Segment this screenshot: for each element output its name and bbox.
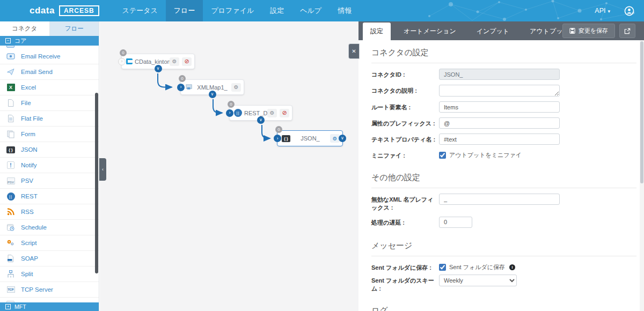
output-port[interactable]: ∨: [155, 65, 162, 72]
field-connector-id: コネクタID :: [371, 69, 636, 80]
panel-scrollbar-thumb[interactable]: [640, 41, 643, 183]
nav-item-flows[interactable]: フロー: [166, 0, 203, 21]
connector-rss[interactable]: RSS: [0, 204, 99, 220]
connector-form[interactable]: Form: [0, 127, 99, 142]
file-icon: [6, 99, 15, 107]
open-in-new-window-button[interactable]: [619, 24, 635, 38]
category-core-header[interactable]: − コア: [0, 36, 99, 46]
tab-input[interactable]: インプット: [469, 23, 517, 40]
output-port[interactable]: ∨: [257, 116, 265, 124]
node-disable-button[interactable]: ⊘: [182, 57, 192, 66]
node-settings-button[interactable]: ⚙: [231, 83, 241, 92]
input-port[interactable]: ›: [177, 84, 185, 91]
connector-rest[interactable]: || REST: [0, 189, 99, 204]
sent-folder-checkbox[interactable]: [439, 264, 446, 271]
node-disable-button[interactable]: ⊘: [280, 109, 289, 117]
message-count-badge: 0: [179, 75, 186, 82]
nav-item-settings[interactable]: 設定: [262, 0, 292, 21]
rest-icon: ||: [234, 109, 242, 117]
connector-json[interactable]: { } JSON: [0, 142, 99, 158]
panel-scrollbar[interactable]: [640, 40, 644, 311]
sidebar-scrollbar-thumb[interactable]: [95, 93, 98, 273]
connector-tcp-server[interactable]: TCP TCP Server: [0, 282, 99, 298]
sidebar-tabs: コネクタ フロー: [0, 21, 99, 36]
field-minify: ミニファイ : アウトプットをミニファイ: [371, 150, 636, 160]
minify-checkbox[interactable]: [439, 152, 446, 159]
nav-item-profiles[interactable]: プロファイル: [203, 0, 262, 21]
input-port[interactable]: ›: [118, 58, 126, 65]
connector-split[interactable]: Split: [0, 266, 99, 282]
expand-icon: +: [5, 304, 11, 309]
input-port[interactable]: ›: [274, 135, 281, 142]
save-icon: [569, 28, 575, 34]
list-item-partial[interactable]: [0, 298, 99, 302]
flow-node-cdata-kintone[interactable]: 0 › CData_kinton... ⚙ ⊘ ∨: [121, 54, 195, 69]
text-property-input[interactable]: [439, 134, 560, 145]
message-count-badge: 0: [275, 126, 282, 133]
notify-icon: !: [6, 161, 15, 169]
input-port[interactable]: ›: [226, 109, 233, 117]
panel-tab-bar: 設定 オートメーション インプット アウトプット イベント 変更を保存: [358, 21, 644, 40]
field-label: 処理の遅延 :: [371, 217, 437, 227]
connector-psv[interactable]: PSV PSV: [0, 173, 99, 189]
tab-connectors[interactable]: コネクタ: [0, 21, 50, 36]
flow-node-json[interactable]: 0 › { } JSON_ ⚙ ∨: [277, 130, 343, 146]
connector-script[interactable]: Script: [0, 235, 99, 251]
panel-body: コネクタの設定 コネクタID : コネクタの説明 : ルート要素名 : 属性のプ…: [358, 40, 640, 311]
json-icon: { }: [282, 135, 290, 142]
connector-sidebar: コネクタ フロー − コア Email Receive Email Send X…: [0, 21, 99, 311]
script-icon: [6, 239, 15, 247]
category-mft-header[interactable]: + MFT: [0, 302, 99, 311]
chevron-down-icon: ▾: [608, 9, 610, 14]
attribute-prefix-input[interactable]: [439, 117, 560, 129]
field-label: Sent フォルダのスキーム :: [371, 275, 437, 293]
collapse-icon: −: [5, 38, 11, 43]
flow-canvas[interactable]: 0 › CData_kinton... ⚙ ⊘ ∨ 0 › XMLMap1_ ⚙…: [100, 21, 358, 311]
checkbox-label: アウトプットをミニファイ: [449, 151, 522, 159]
field-label: ルート要素名 :: [371, 101, 437, 112]
node-settings-button[interactable]: ⚙: [170, 57, 179, 66]
connector-flat-file[interactable]: Flat File: [0, 111, 99, 127]
close-panel-button[interactable]: ✕: [349, 44, 359, 58]
node-settings-button[interactable]: ⚙: [267, 109, 277, 117]
json-icon: { }: [6, 145, 15, 154]
root-element-input[interactable]: [439, 101, 560, 113]
connector-notify[interactable]: ! Notify: [0, 158, 99, 173]
sidebar-collapse-handle[interactable]: ‹: [99, 158, 106, 181]
tab-settings[interactable]: 設定: [363, 23, 391, 40]
category-label: コア: [14, 37, 27, 45]
connector-schedule[interactable]: Schedule: [0, 220, 99, 235]
processing-delay-input[interactable]: [439, 217, 472, 228]
output-port[interactable]: ∨: [209, 91, 216, 98]
invalid-xml-prefix-input[interactable]: [439, 194, 560, 205]
user-avatar-icon[interactable]: [624, 6, 634, 16]
nav-item-status[interactable]: ステータス: [114, 0, 166, 21]
field-description: コネクタの説明 :: [371, 85, 636, 97]
app-logo[interactable]: cdata ARCESB: [30, 5, 99, 16]
connector-description-input[interactable]: [439, 85, 560, 97]
info-icon[interactable]: i: [509, 264, 515, 270]
nav-menu: ステータス フロー プロファイル 設定 ヘルプ 情報: [114, 0, 360, 21]
nav-item-info[interactable]: 情報: [330, 0, 360, 21]
flow-node-xmlmap[interactable]: 0 › XMLMap1_ ⚙ ∨: [180, 79, 244, 95]
connector-id-input: [439, 69, 560, 80]
output-port[interactable]: ∨: [339, 135, 346, 142]
category-label: MFT: [14, 303, 26, 310]
section-other-settings: その他の設定: [371, 173, 636, 188]
top-navbar: cdata ARCESB ステータス フロー プロファイル 設定 ヘルプ 情報 …: [0, 0, 644, 21]
connector-soap[interactable]: SOAP: [0, 251, 99, 266]
connector-email-send[interactable]: Email Send: [0, 64, 99, 80]
tab-flows[interactable]: フロー: [50, 21, 99, 36]
nav-item-help[interactable]: ヘルプ: [292, 0, 330, 21]
message-count-badge: 0: [228, 101, 235, 108]
api-dropdown[interactable]: API▾: [595, 7, 610, 14]
tab-automation[interactable]: オートメーション: [396, 23, 464, 40]
connector-excel[interactable]: X Excel: [0, 80, 99, 95]
save-changes-button[interactable]: 変更を保存: [562, 24, 615, 38]
connector-email-receive[interactable]: Email Receive: [0, 49, 99, 64]
flat-file-icon: [6, 114, 15, 123]
field-label: テキストプロパティ名 :: [371, 134, 437, 144]
connector-file[interactable]: File: [0, 95, 99, 111]
sent-scheme-select[interactable]: Weekly: [439, 275, 517, 286]
flow-node-rest-deepl[interactable]: 0 › || REST_DeepL_ ⚙ ⊘ ∨: [229, 105, 292, 121]
